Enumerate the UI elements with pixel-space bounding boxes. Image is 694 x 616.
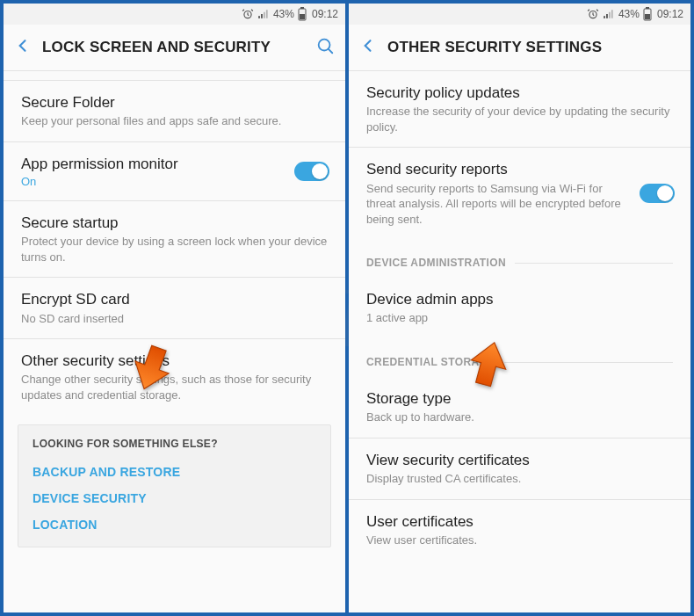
battery-icon [298, 7, 307, 21]
link-device-security[interactable]: DEVICE SECURITY [33, 485, 316, 511]
app-header: OTHER SECURITY SETTINGS [349, 25, 690, 70]
section-device-administration: DEVICE ADMINISTRATION [349, 239, 690, 278]
sub: Protect your device by using a screen lo… [21, 234, 328, 265]
sub: Display trusted CA certificates. [366, 471, 673, 487]
search-icon[interactable] [315, 36, 335, 59]
item-send-security-reports[interactable]: Send security reports Send security repo… [349, 148, 690, 239]
sub: Keep your personal files and apps safe a… [21, 113, 328, 129]
right-screen: 43% 09:12 OTHER SECURITY SETTINGS Securi… [349, 4, 690, 612]
back-icon[interactable] [14, 37, 32, 58]
page-title: LOCK SCREEN AND SECURITY [42, 39, 305, 56]
alarm-icon [242, 8, 254, 20]
sub: Increase the security of your device by … [366, 104, 673, 134]
link-backup-restore[interactable]: BACKUP AND RESTORE [33, 459, 316, 485]
item-view-security-certificates[interactable]: View security certificates Display trust… [349, 438, 690, 499]
item-device-admin-apps[interactable]: Device admin apps 1 active app [349, 278, 690, 338]
sub: View user certificates. [366, 533, 673, 548]
status: On [21, 175, 284, 188]
sub: No SD card inserted [21, 311, 328, 327]
item-user-certificates[interactable]: User certificates View user certificates… [349, 500, 690, 561]
battery-pct: 43% [273, 8, 294, 20]
item-other-security-settings[interactable]: Other security settings Change other sec… [4, 339, 345, 415]
label: View security certificates [366, 451, 673, 469]
item-secure-folder[interactable]: Secure Folder Keep your personal files a… [4, 81, 345, 141]
footer-card: LOOKING FOR SOMETHING ELSE? BACKUP AND R… [18, 424, 331, 547]
battery-pct: 43% [618, 8, 640, 20]
battery-icon [643, 7, 652, 21]
label: Encrypt SD card [21, 290, 328, 308]
label: Secure Folder [21, 93, 328, 112]
status-time: 09:12 [657, 8, 683, 20]
section-credential-storage: CREDENTIAL STORAGE [349, 338, 690, 377]
alarm-icon [587, 8, 599, 20]
footer-title: LOOKING FOR SOMETHING ELSE? [33, 438, 316, 450]
status-bar: 43% 09:12 [4, 4, 345, 25]
signal-icon [257, 8, 270, 20]
page-title: OTHER SECURITY SETTINGS [387, 39, 680, 56]
label: Device admin apps [366, 290, 673, 308]
app-header: LOCK SCREEN AND SECURITY [4, 25, 345, 70]
status-bar: 43% 09:12 [349, 4, 690, 25]
sub: Back up to hardware. [366, 409, 673, 425]
signal-icon [603, 8, 615, 20]
label: Send security reports [366, 160, 629, 178]
back-icon[interactable] [359, 37, 377, 58]
left-screen: 43% 09:12 LOCK SCREEN AND SECURITY Secur… [4, 4, 345, 612]
status-time: 09:12 [312, 8, 338, 20]
toggle-switch[interactable] [640, 184, 675, 203]
item-encrypt-sd[interactable]: Encrypt SD card No SD card inserted [4, 278, 345, 338]
label: Other security settings [21, 351, 328, 370]
link-location[interactable]: LOCATION [33, 511, 316, 538]
svg-rect-4 [300, 7, 304, 9]
label: App permission monitor [21, 155, 284, 173]
item-app-permission-monitor[interactable]: App permission monitor On [4, 142, 345, 200]
sub: Send security reports to Samsung via Wi-… [366, 181, 629, 228]
toggle-switch[interactable] [294, 162, 329, 181]
label: User certificates [366, 512, 673, 531]
item-secure-startup[interactable]: Secure startup Protect your device by us… [4, 201, 345, 277]
item-security-policy-updates[interactable]: Security policy updates Increase the sec… [349, 71, 690, 147]
settings-list: Secure Folder Keep your personal files a… [4, 70, 345, 612]
sub: Change other security settings, such as … [21, 372, 328, 402]
sub: 1 active app [366, 310, 673, 326]
label: Security policy updates [366, 83, 673, 102]
settings-list: Security policy updates Increase the sec… [349, 70, 690, 612]
item-storage-type[interactable]: Storage type Back up to hardware. [349, 377, 690, 438]
label: Storage type [366, 389, 673, 408]
svg-rect-10 [645, 14, 650, 19]
svg-rect-5 [300, 14, 305, 19]
label: Secure startup [21, 214, 328, 232]
svg-rect-9 [646, 7, 649, 9]
